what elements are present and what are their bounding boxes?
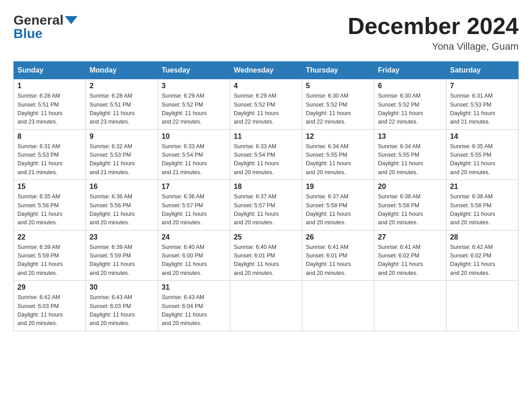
day-number: 9 <box>90 133 154 141</box>
day-number: 17 <box>162 183 226 191</box>
day-info: Sunrise: 6:37 AMSunset: 5:58 PMDaylight:… <box>306 193 370 227</box>
day-number: 1 <box>17 82 82 90</box>
day-number: 15 <box>17 183 82 191</box>
day-info: Sunrise: 6:43 AMSunset: 6:04 PMDaylight:… <box>162 293 226 328</box>
day-info: Sunrise: 6:39 AMSunset: 5:59 PMDaylight:… <box>90 243 154 278</box>
day-info: Sunrise: 6:32 AMSunset: 5:53 PMDaylight:… <box>90 142 154 177</box>
day-info: Sunrise: 6:43 AMSunset: 6:03 PMDaylight:… <box>90 293 154 328</box>
calendar-cell: 25Sunrise: 6:40 AMSunset: 6:01 PMDayligh… <box>230 230 302 281</box>
calendar-cell: 3Sunrise: 6:29 AMSunset: 5:52 PMDaylight… <box>158 79 230 130</box>
day-number: 16 <box>90 183 154 191</box>
day-of-week-header: Wednesday <box>230 62 302 79</box>
day-info: Sunrise: 6:33 AMSunset: 5:54 PMDaylight:… <box>234 142 298 177</box>
day-number: 26 <box>306 233 370 241</box>
day-of-week-header: Thursday <box>302 62 374 79</box>
calendar-cell: 29Sunrise: 6:42 AMSunset: 6:03 PMDayligh… <box>14 281 86 331</box>
calendar-cell: 31Sunrise: 6:43 AMSunset: 6:04 PMDayligh… <box>158 281 230 331</box>
logo-blue-text: Blue <box>13 27 43 40</box>
logo-triangle-icon <box>65 16 77 24</box>
day-number: 7 <box>450 82 515 90</box>
logo-general-text: General <box>13 13 64 27</box>
day-info: Sunrise: 6:31 AMSunset: 5:53 PMDaylight:… <box>450 92 515 127</box>
calendar-cell: 17Sunrise: 6:36 AMSunset: 5:57 PMDayligh… <box>158 180 230 231</box>
calendar-cell: 1Sunrise: 6:28 AMSunset: 5:51 PMDaylight… <box>14 79 86 130</box>
calendar-cell: 30Sunrise: 6:43 AMSunset: 6:03 PMDayligh… <box>86 281 158 331</box>
calendar-cell: 2Sunrise: 6:28 AMSunset: 5:51 PMDaylight… <box>86 79 158 130</box>
day-of-week-header: Tuesday <box>158 62 230 79</box>
day-number: 2 <box>90 82 154 90</box>
day-info: Sunrise: 6:36 AMSunset: 5:56 PMDaylight:… <box>90 193 154 227</box>
day-info: Sunrise: 6:30 AMSunset: 5:52 PMDaylight:… <box>378 92 442 127</box>
calendar-cell: 20Sunrise: 6:38 AMSunset: 5:58 PMDayligh… <box>374 180 446 231</box>
calendar-cell: 16Sunrise: 6:36 AMSunset: 5:56 PMDayligh… <box>86 180 158 231</box>
calendar-cell: 19Sunrise: 6:37 AMSunset: 5:58 PMDayligh… <box>302 180 374 231</box>
day-of-week-header: Saturday <box>446 62 519 79</box>
day-info: Sunrise: 6:35 AMSunset: 5:56 PMDaylight:… <box>17 193 82 227</box>
calendar-cell: 14Sunrise: 6:35 AMSunset: 5:55 PMDayligh… <box>446 129 519 180</box>
day-info: Sunrise: 6:34 AMSunset: 5:55 PMDaylight:… <box>306 142 370 177</box>
day-info: Sunrise: 6:31 AMSunset: 5:53 PMDaylight:… <box>17 142 82 177</box>
day-number: 21 <box>450 183 515 191</box>
day-number: 14 <box>450 133 515 141</box>
day-info: Sunrise: 6:28 AMSunset: 5:51 PMDaylight:… <box>17 92 82 127</box>
day-number: 31 <box>162 283 226 291</box>
calendar-cell: 21Sunrise: 6:38 AMSunset: 5:58 PMDayligh… <box>446 180 519 231</box>
day-number: 6 <box>378 82 442 90</box>
calendar-cell: 28Sunrise: 6:42 AMSunset: 6:02 PMDayligh… <box>446 230 519 281</box>
calendar-table: SundayMondayTuesdayWednesdayThursdayFrid… <box>13 61 519 331</box>
calendar-cell: 18Sunrise: 6:37 AMSunset: 5:57 PMDayligh… <box>230 180 302 231</box>
calendar-week-row: 1Sunrise: 6:28 AMSunset: 5:51 PMDaylight… <box>14 79 519 130</box>
calendar-cell: 15Sunrise: 6:35 AMSunset: 5:56 PMDayligh… <box>14 180 86 231</box>
calendar-week-row: 29Sunrise: 6:42 AMSunset: 6:03 PMDayligh… <box>14 281 519 331</box>
calendar-cell: 23Sunrise: 6:39 AMSunset: 5:59 PMDayligh… <box>86 230 158 281</box>
day-number: 13 <box>378 133 442 141</box>
day-info: Sunrise: 6:33 AMSunset: 5:54 PMDaylight:… <box>162 142 226 177</box>
day-info: Sunrise: 6:28 AMSunset: 5:51 PMDaylight:… <box>90 92 154 127</box>
calendar-week-row: 8Sunrise: 6:31 AMSunset: 5:53 PMDaylight… <box>14 129 519 180</box>
location-label: Yona Village, Guam <box>348 41 519 52</box>
day-info: Sunrise: 6:38 AMSunset: 5:58 PMDaylight:… <box>450 193 515 227</box>
calendar-cell: 7Sunrise: 6:31 AMSunset: 5:53 PMDaylight… <box>446 79 519 130</box>
calendar-cell <box>374 281 446 331</box>
calendar-cell: 22Sunrise: 6:39 AMSunset: 5:59 PMDayligh… <box>14 230 86 281</box>
calendar-cell: 10Sunrise: 6:33 AMSunset: 5:54 PMDayligh… <box>158 129 230 180</box>
day-number: 3 <box>162 82 226 90</box>
calendar-cell <box>446 281 519 331</box>
logo: General Blue <box>13 13 77 40</box>
calendar-cell: 13Sunrise: 6:34 AMSunset: 5:55 PMDayligh… <box>374 129 446 180</box>
calendar-cell: 24Sunrise: 6:40 AMSunset: 6:00 PMDayligh… <box>158 230 230 281</box>
calendar-cell: 9Sunrise: 6:32 AMSunset: 5:53 PMDaylight… <box>86 129 158 180</box>
day-info: Sunrise: 6:41 AMSunset: 6:02 PMDaylight:… <box>378 243 442 278</box>
day-number: 27 <box>378 233 442 241</box>
day-number: 24 <box>162 233 226 241</box>
day-info: Sunrise: 6:41 AMSunset: 6:01 PMDaylight:… <box>306 243 370 278</box>
day-number: 19 <box>306 183 370 191</box>
day-number: 10 <box>162 133 226 141</box>
day-info: Sunrise: 6:37 AMSunset: 5:57 PMDaylight:… <box>234 193 298 227</box>
day-number: 18 <box>234 183 298 191</box>
page-header: General Blue December 2024 Yona Village,… <box>13 13 519 52</box>
calendar-cell: 27Sunrise: 6:41 AMSunset: 6:02 PMDayligh… <box>374 230 446 281</box>
day-info: Sunrise: 6:40 AMSunset: 6:00 PMDaylight:… <box>162 243 226 278</box>
calendar-header-row: SundayMondayTuesdayWednesdayThursdayFrid… <box>14 62 519 79</box>
calendar-week-row: 15Sunrise: 6:35 AMSunset: 5:56 PMDayligh… <box>14 180 519 231</box>
day-number: 5 <box>306 82 370 90</box>
calendar-week-row: 22Sunrise: 6:39 AMSunset: 5:59 PMDayligh… <box>14 230 519 281</box>
day-info: Sunrise: 6:36 AMSunset: 5:57 PMDaylight:… <box>162 193 226 227</box>
calendar-cell <box>302 281 374 331</box>
day-info: Sunrise: 6:39 AMSunset: 5:59 PMDaylight:… <box>17 243 82 278</box>
day-of-week-header: Friday <box>374 62 446 79</box>
calendar-cell: 26Sunrise: 6:41 AMSunset: 6:01 PMDayligh… <box>302 230 374 281</box>
calendar-cell: 6Sunrise: 6:30 AMSunset: 5:52 PMDaylight… <box>374 79 446 130</box>
calendar-cell: 5Sunrise: 6:30 AMSunset: 5:52 PMDaylight… <box>302 79 374 130</box>
day-number: 20 <box>378 183 442 191</box>
day-number: 28 <box>450 233 515 241</box>
day-info: Sunrise: 6:34 AMSunset: 5:55 PMDaylight:… <box>378 142 442 177</box>
calendar-cell: 11Sunrise: 6:33 AMSunset: 5:54 PMDayligh… <box>230 129 302 180</box>
day-info: Sunrise: 6:30 AMSunset: 5:52 PMDaylight:… <box>306 92 370 127</box>
day-of-week-header: Sunday <box>14 62 86 79</box>
day-number: 4 <box>234 82 298 90</box>
calendar-cell <box>230 281 302 331</box>
day-number: 23 <box>90 233 154 241</box>
day-info: Sunrise: 6:29 AMSunset: 5:52 PMDaylight:… <box>234 92 298 127</box>
